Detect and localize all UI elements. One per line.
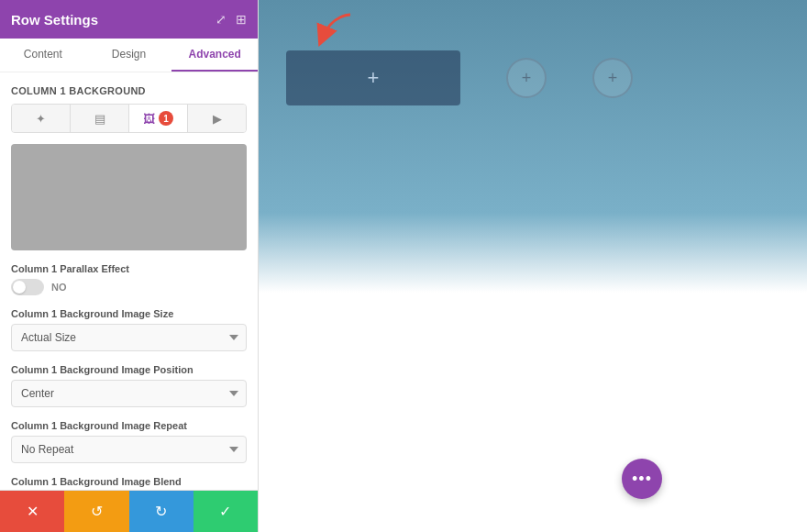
plus-icon-col1: + xyxy=(368,68,380,88)
panel-header: Row Settings ⤢ ⊞ xyxy=(0,0,258,39)
panel-footer: ✕ ↺ ↻ ✓ xyxy=(0,490,258,532)
tab-design[interactable]: Design xyxy=(86,39,172,72)
gradient-icon: ▤ xyxy=(94,112,105,126)
fab-button[interactable]: ••• xyxy=(622,459,662,499)
canvas-col-1: + xyxy=(286,50,460,105)
bg-type-color[interactable]: ✦ xyxy=(12,105,71,132)
canvas-area: + + + ••• xyxy=(259,0,807,532)
columns-icon[interactable]: ⊞ xyxy=(236,12,247,27)
plus-icon-col2: + xyxy=(522,70,532,86)
bg-position-select[interactable]: Center Top Left Top Center Top Right Cen… xyxy=(11,380,247,407)
add-module-col2[interactable]: + xyxy=(506,58,547,98)
fullscreen-icon[interactable]: ⤢ xyxy=(216,12,227,27)
parallax-toggle-label: NO xyxy=(51,282,67,293)
canvas-row: + + + xyxy=(286,50,789,105)
tab-bar: Content Design Advanced xyxy=(0,39,258,72)
undo-icon: ↺ xyxy=(91,503,103,520)
bg-position-label: Column 1 Background Image Position xyxy=(11,364,247,375)
panel-scroll-content: Column 1 Background ✦ ▤ 🖼 1 ▶ xyxy=(0,72,258,490)
add-module-col3[interactable]: + xyxy=(592,58,633,98)
redo-button[interactable]: ↻ xyxy=(129,491,193,532)
save-icon: ✓ xyxy=(219,503,231,520)
image-badge: 1 xyxy=(159,111,173,126)
bg-blend-label: Column 1 Background Image Blend xyxy=(11,476,247,487)
redo-icon: ↻ xyxy=(155,503,167,520)
toggle-knob xyxy=(13,281,26,294)
tab-content[interactable]: Content xyxy=(0,39,86,72)
parallax-toggle[interactable] xyxy=(11,279,44,295)
parallax-section: Column 1 Parallax Effect NO xyxy=(11,263,247,295)
tab-advanced[interactable]: Advanced xyxy=(171,39,258,72)
parallax-label: Column 1 Parallax Effect xyxy=(11,263,247,274)
save-button[interactable]: ✓ xyxy=(193,491,258,532)
bg-type-video[interactable]: ▶ xyxy=(188,105,246,132)
bg-blend-section: Column 1 Background Image Blend Normal M… xyxy=(11,476,247,490)
bg-repeat-label: Column 1 Background Image Repeat xyxy=(11,420,247,431)
fab-dots-icon: ••• xyxy=(632,470,652,489)
image-icon: 🖼 xyxy=(143,112,155,126)
bg-repeat-select[interactable]: No Repeat Repeat Repeat X Repeat Y xyxy=(11,436,247,463)
bg-size-section: Column 1 Background Image Size Actual Si… xyxy=(11,308,247,351)
bg-type-gradient[interactable]: ▤ xyxy=(71,105,129,132)
canvas-col-3: + xyxy=(592,58,633,98)
header-icons: ⤢ ⊞ xyxy=(216,12,247,27)
bg-position-section: Column 1 Background Image Position Cente… xyxy=(11,364,247,407)
color-icon: ✦ xyxy=(36,112,46,126)
bg-section-label: Column 1 Background xyxy=(11,85,247,96)
bg-size-label: Column 1 Background Image Size xyxy=(11,308,247,319)
bg-type-image[interactable]: 🖼 1 xyxy=(129,105,188,132)
settings-panel: Row Settings ⤢ ⊞ Content Design Advanced… xyxy=(0,0,259,532)
add-module-col1[interactable]: + xyxy=(286,50,460,105)
bg-repeat-section: Column 1 Background Image Repeat No Repe… xyxy=(11,420,247,463)
undo-button[interactable]: ↺ xyxy=(64,491,128,532)
cancel-icon: ✕ xyxy=(27,503,39,520)
video-icon: ▶ xyxy=(213,112,222,126)
canvas-col-2: + xyxy=(506,58,547,98)
cancel-button[interactable]: ✕ xyxy=(0,491,64,532)
parallax-toggle-row: NO xyxy=(11,279,247,295)
plus-icon-col3: + xyxy=(608,70,618,86)
panel-title: Row Settings xyxy=(11,12,98,28)
bg-image-preview[interactable] xyxy=(11,144,247,250)
bg-size-select[interactable]: Actual Size Cover Contain Stretch xyxy=(11,324,247,351)
bg-type-tabs: ✦ ▤ 🖼 1 ▶ xyxy=(11,104,247,133)
bg-section: Column 1 Background ✦ ▤ 🖼 1 ▶ xyxy=(11,85,247,250)
